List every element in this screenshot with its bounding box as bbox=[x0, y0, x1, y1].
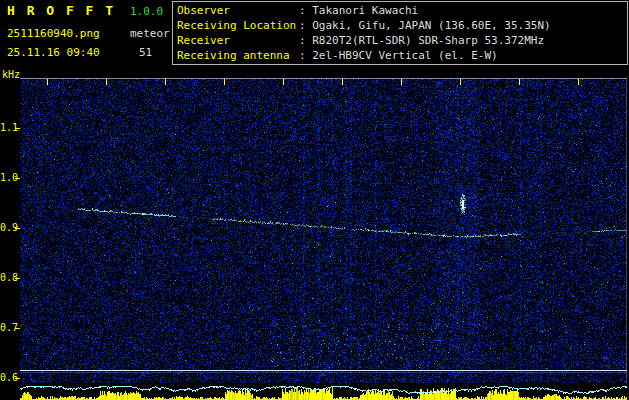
info-separator: : bbox=[299, 34, 312, 47]
freq-label: 1.1 bbox=[0, 123, 14, 133]
info-label: Observer bbox=[177, 3, 299, 18]
freq-label: 1.0 bbox=[0, 173, 14, 183]
info-separator: : bbox=[299, 19, 312, 32]
info-label: Receiving antenna bbox=[177, 48, 299, 63]
freq-label: 0.7 bbox=[0, 323, 14, 333]
freq-label: 0.8 bbox=[0, 273, 14, 283]
station-info-panel: Observer: Takanori Kawachi Receiving Loc… bbox=[172, 1, 628, 65]
info-value: 2el-HB9CV Vertical (el. E-W) bbox=[312, 49, 497, 62]
info-row-antenna: Receiving antenna: 2el-HB9CV Vertical (e… bbox=[177, 48, 627, 63]
freq-label: 0.9 bbox=[0, 223, 14, 233]
app-title: H R O F F T bbox=[7, 3, 115, 18]
info-row-location: Receiving Location: Ogaki, Gifu, JAPAN (… bbox=[177, 18, 627, 33]
freq-label: 0.6 bbox=[0, 373, 14, 383]
info-row-observer: Observer: Takanori Kawachi bbox=[177, 3, 627, 18]
mode-label: meteor bbox=[130, 27, 170, 40]
meteor-count: 51 bbox=[139, 46, 152, 59]
spectrogram-canvas bbox=[20, 78, 627, 383]
output-filename: 2511160940.png bbox=[7, 27, 100, 40]
info-separator: : bbox=[299, 4, 312, 17]
info-separator: : bbox=[299, 49, 312, 62]
info-value: R820T2(RTL-SDR) SDR-Sharp 53.372MHz bbox=[312, 34, 544, 47]
freq-axis-unit: kHz bbox=[2, 69, 20, 80]
info-value: Ogaki, Gifu, JAPAN (136.60E, 35.35N) bbox=[312, 19, 550, 32]
info-label: Receiver bbox=[177, 33, 299, 48]
info-label: Receiving Location bbox=[177, 18, 299, 33]
info-value: Takanori Kawachi bbox=[312, 4, 418, 17]
info-row-receiver: Receiver: R820T2(RTL-SDR) SDR-Sharp 53.3… bbox=[177, 33, 627, 48]
datetime-label: 25.11.16 09:40 bbox=[7, 46, 100, 59]
app-version: 1.0.0 bbox=[130, 5, 163, 18]
signal-level-canvas bbox=[20, 383, 627, 400]
